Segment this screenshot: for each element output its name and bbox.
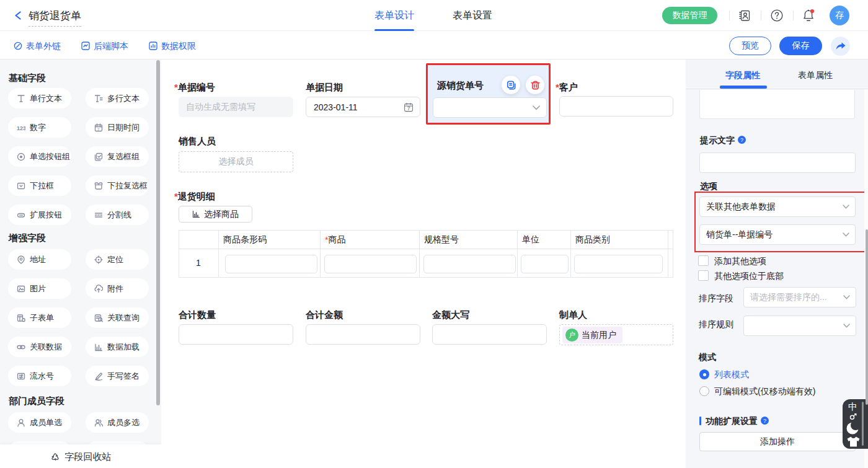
svg-text:123: 123 [17,125,25,131]
svg-text:7: 7 [407,105,410,112]
svg-text:?: ? [740,137,743,143]
svg-text:?: ? [763,418,766,424]
svg-text:7: 7 [97,127,100,131]
